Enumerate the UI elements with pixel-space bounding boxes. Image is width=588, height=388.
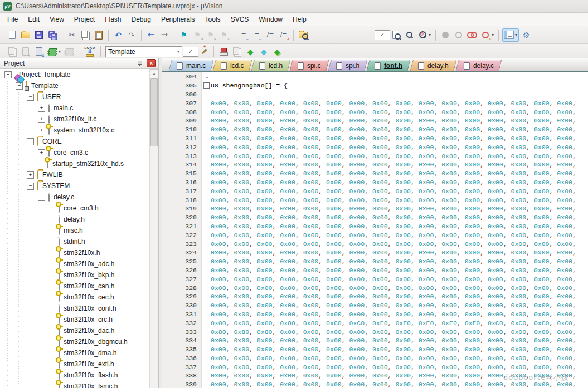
tree-item-core[interactable]: −CORE — [0, 136, 158, 147]
build-button[interactable]: ▼ — [20, 46, 32, 58]
manage-run-time-environment-button[interactable]: ◆ — [244, 46, 256, 58]
menu-edit[interactable]: Edit — [23, 14, 45, 25]
breakpoint-enable-disable-button[interactable] — [453, 29, 465, 41]
tab-lcd.c[interactable]: lcd.c — [213, 60, 252, 71]
uncomment-button[interactable]: ∕≡× — [278, 29, 290, 41]
bookmark-toggle-button[interactable]: ⚑ — [178, 29, 190, 41]
batch-build-button[interactable]: ▾ — [46, 46, 62, 58]
breakpoint-disable-all-button[interactable] — [466, 29, 478, 41]
tab-spi.h[interactable]: spi.h — [328, 60, 368, 71]
tab-spi.c[interactable]: spi.c — [290, 60, 329, 71]
fold-column[interactable]: − — [202, 81, 211, 90]
search-combobox-button[interactable]: ✓ — [376, 29, 388, 41]
options-for-target-button[interactable] — [198, 46, 210, 58]
tree-item-system[interactable]: −SYSTEM — [0, 180, 158, 191]
tree-item-stm32f10x-flash-h[interactable]: stm32f10x_flash.h — [0, 370, 158, 381]
target-select-button[interactable]: ✓ — [184, 46, 197, 58]
redo-button[interactable]: ↷ — [125, 29, 138, 41]
navigate-forward-button[interactable]: → — [158, 29, 171, 41]
translate-button[interactable] — [6, 46, 18, 58]
expander-collapse-icon[interactable]: − — [38, 194, 45, 201]
bookmark-previous-button[interactable]: ⚑◂ — [191, 29, 203, 41]
stop-build-button[interactable]: × — [63, 46, 75, 58]
new-file-button[interactable] — [6, 29, 18, 41]
configure-button[interactable]: ⚙ — [520, 29, 532, 41]
menu-flash[interactable]: Flash — [100, 14, 126, 25]
tree-item-core-cm3-c[interactable]: +core_cm3.c — [0, 147, 158, 158]
tree-item-stm32f10x-exti-h[interactable]: stm32f10x_exti.h — [0, 358, 158, 370]
tree-item-delay-c[interactable]: −delay.c — [0, 191, 158, 203]
open-file-button[interactable] — [20, 29, 32, 41]
expander-collapse-icon[interactable]: − — [4, 71, 12, 78]
tree-item-stm32f10x-can-h[interactable]: stm32f10x_can.h — [0, 281, 158, 292]
navigate-back-button[interactable]: ← — [145, 29, 157, 41]
cut-button[interactable]: ✂ — [66, 29, 78, 41]
manage-project-items-button[interactable] — [217, 46, 230, 58]
copy-button[interactable] — [79, 29, 91, 41]
code-editor[interactable]: 304305−u8 shengongbao[] = {3063070x00, 0… — [162, 71, 588, 388]
expander-collapse-icon[interactable]: − — [27, 138, 34, 145]
save-all-button[interactable] — [46, 29, 59, 41]
tree-item-project-template[interactable]: −Project: Template — [0, 69, 158, 80]
expander-expand-icon[interactable]: + — [38, 116, 45, 123]
menu-peripherals[interactable]: Peripherals — [156, 14, 200, 25]
tree-item-misc-h[interactable]: misc.h — [0, 225, 158, 236]
expander-expand-icon[interactable]: + — [38, 149, 45, 156]
menu-project[interactable]: Project — [69, 14, 100, 25]
comment-button[interactable]: ∕≡ — [264, 29, 276, 41]
tree-item-main-c[interactable]: +main.c — [0, 102, 158, 114]
tab-main.c[interactable]: main.c — [168, 60, 214, 71]
scroll-up-icon[interactable]: ▲ — [150, 69, 158, 78]
tree-item-stm32f10x-adc-h[interactable]: stm32f10x_adc.h — [0, 258, 158, 269]
expander-expand-icon[interactable]: + — [38, 127, 45, 134]
save-button[interactable] — [33, 29, 45, 41]
multi-project-workspace-button[interactable] — [231, 46, 243, 58]
tree-item-stm32f10x-fsmc-h[interactable]: stm32f10x_fsmc.h — [0, 381, 158, 388]
tree-item-delay-h[interactable]: delay.h — [0, 214, 158, 225]
find-in-files-dialog-button[interactable] — [390, 29, 402, 41]
tree-item-stm32f10x-crc-h[interactable]: stm32f10x_crc.h — [0, 314, 158, 325]
incremental-find-button[interactable]: ↓ — [403, 29, 415, 41]
paste-button[interactable] — [93, 29, 105, 41]
tree-item-stm32f10x-h[interactable]: stm32f10x.h — [0, 247, 158, 258]
expander-expand-icon[interactable]: + — [27, 171, 34, 179]
expander-collapse-icon[interactable]: − — [16, 82, 23, 90]
expander-collapse-icon[interactable]: − — [27, 94, 34, 101]
tree-item-core-cm3-h[interactable]: core_cm3.h — [0, 203, 158, 214]
tree-item-stm32f10x-dma-h[interactable]: stm32f10x_dma.h — [0, 347, 158, 358]
outdent-button[interactable]: ≡← — [251, 29, 263, 41]
tree-item-stdint-h[interactable]: stdint.h — [0, 236, 158, 247]
rebuild-button[interactable]: ⇊ — [33, 46, 45, 58]
menu-tools[interactable]: Tools — [200, 14, 226, 25]
tree-item-stm32f10x-cec-h[interactable]: stm32f10x_cec.h — [0, 292, 158, 303]
bookmark-next-button[interactable]: ⚑▸ — [205, 29, 217, 41]
tree-item-template[interactable]: −Template — [0, 80, 158, 91]
menu-help[interactable]: Help — [288, 14, 312, 25]
tree-item-stm32f10x-dbgmcu-h[interactable]: stm32f10x_dbgmcu.h — [0, 336, 158, 347]
menu-window[interactable]: Window — [254, 14, 288, 25]
expander-collapse-icon[interactable]: − — [27, 183, 34, 190]
fold-collapse-icon[interactable]: − — [203, 82, 210, 89]
bookmark-clear-all-button[interactable]: ⚑× — [218, 29, 230, 41]
tree-item-user[interactable]: −USER — [0, 91, 158, 102]
window-layout-button[interactable]: ▾ — [502, 28, 519, 42]
expander-expand-icon[interactable]: + — [38, 105, 45, 112]
tab-delay.h[interactable]: delay.h — [410, 60, 456, 71]
tree-scrollbar[interactable]: ▲ — [149, 69, 158, 388]
tab-lcd.h[interactable]: lcd.h — [251, 60, 291, 71]
tree-item-stm32f10x-bkp-h[interactable]: stm32f10x_bkp.h — [0, 269, 158, 281]
menu-debug[interactable]: Debug — [127, 14, 156, 25]
pack-installer-button[interactable]: ◆ — [271, 46, 283, 58]
indent-button[interactable]: ≡→ — [237, 29, 250, 41]
tab-font.h[interactable]: font.h — [367, 60, 411, 71]
tree-item-stm32f10x-conf-h[interactable]: stm32f10x_conf.h — [0, 303, 158, 314]
breakpoint-insert-button[interactable] — [439, 29, 451, 41]
close-panel-button[interactable]: x — [147, 59, 156, 67]
tree-item-stm32f10x-dac-h[interactable]: stm32f10x_dac.h — [0, 325, 158, 336]
find-button[interactable]: @▾ — [416, 29, 432, 41]
select-software-packs-button[interactable]: ◆ — [257, 46, 270, 58]
target-combo-button[interactable]: Template▾ — [104, 46, 183, 58]
find-in-files-button[interactable] — [297, 29, 309, 41]
tree-item-system-stm32f10x-c[interactable]: +system_stm32f10x.c — [0, 125, 158, 136]
tree-item-stm32f10x-it-c[interactable]: +stm32f10x_it.c — [0, 114, 158, 125]
